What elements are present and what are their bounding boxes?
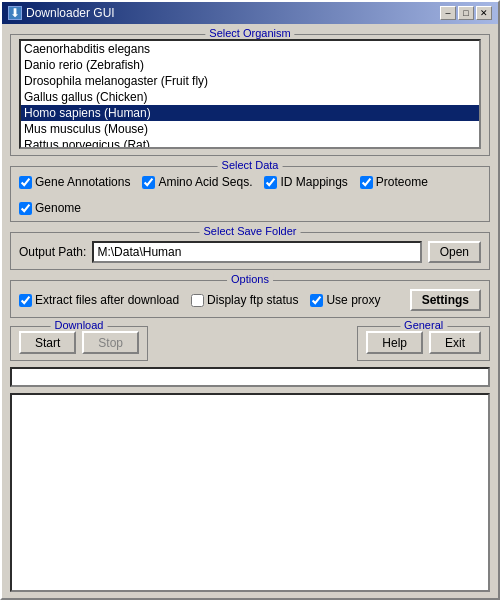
maximize-button[interactable]: □: [458, 6, 474, 20]
organism-list-item[interactable]: Rattus norvegicus (Rat): [21, 137, 479, 149]
option-checkbox-label-proxy: Use proxy: [326, 293, 380, 307]
general-group: General Help Exit: [357, 326, 490, 361]
data-checkbox-label-genome: Genome: [35, 201, 81, 215]
save-section-label: Select Save Folder: [200, 225, 301, 237]
data-checkbox-id[interactable]: ID Mappings: [264, 175, 347, 189]
data-checkboxes: Gene AnnotationsAmino Acid Seqs.ID Mappi…: [19, 175, 481, 215]
window-body: Select Organism Caenorhabditis elegansDa…: [2, 24, 498, 598]
progress-bar-container: [10, 367, 490, 387]
data-checkbox-genome[interactable]: Genome: [19, 201, 81, 215]
data-checkbox-label-amino: Amino Acid Seqs.: [158, 175, 252, 189]
data-checkbox-input-gene[interactable]: [19, 176, 32, 189]
title-bar: ⬇ Downloader GUI – □ ✕: [2, 2, 498, 24]
title-bar-buttons: – □ ✕: [440, 6, 492, 20]
option-checkbox-ftp[interactable]: Display ftp status: [191, 293, 298, 307]
open-button[interactable]: Open: [428, 241, 481, 263]
data-checkbox-label-proteome: Proteome: [376, 175, 428, 189]
option-checkbox-proxy[interactable]: Use proxy: [310, 293, 380, 307]
data-checkbox-amino[interactable]: Amino Acid Seqs.: [142, 175, 252, 189]
organism-list-item[interactable]: Gallus gallus (Chicken): [21, 89, 479, 105]
organism-list[interactable]: Caenorhabditis elegansDanio rerio (Zebra…: [19, 39, 481, 149]
option-checkbox-input-extract[interactable]: [19, 294, 32, 307]
data-checkbox-gene[interactable]: Gene Annotations: [19, 175, 130, 189]
data-checkbox-label-id: ID Mappings: [280, 175, 347, 189]
download-group: Download Start Stop: [10, 326, 148, 361]
data-checkbox-proteome[interactable]: Proteome: [360, 175, 428, 189]
start-button[interactable]: Start: [19, 331, 76, 354]
organism-section-label: Select Organism: [205, 27, 294, 39]
main-window: ⬇ Downloader GUI – □ ✕ Select Organism C…: [0, 0, 500, 600]
options-section-label: Options: [227, 273, 273, 285]
data-checkbox-input-amino[interactable]: [142, 176, 155, 189]
data-checkbox-input-genome[interactable]: [19, 202, 32, 215]
window-title: Downloader GUI: [26, 6, 115, 20]
download-group-label: Download: [51, 319, 108, 331]
options-row: Extract files after downloadDisplay ftp …: [19, 289, 481, 311]
close-button[interactable]: ✕: [476, 6, 492, 20]
settings-button[interactable]: Settings: [410, 289, 481, 311]
option-checkbox-input-proxy[interactable]: [310, 294, 323, 307]
option-checkbox-extract[interactable]: Extract files after download: [19, 293, 179, 307]
organism-list-item[interactable]: Caenorhabditis elegans: [21, 41, 479, 57]
general-group-label: General: [400, 319, 447, 331]
options-section: Options Extract files after downloadDisp…: [10, 280, 490, 318]
title-bar-left: ⬇ Downloader GUI: [8, 6, 115, 20]
save-section: Select Save Folder Output Path: Open: [10, 232, 490, 270]
app-icon: ⬇: [8, 6, 22, 20]
data-section-label: Select Data: [218, 159, 283, 171]
minimize-button[interactable]: –: [440, 6, 456, 20]
stop-button[interactable]: Stop: [82, 331, 139, 354]
organism-list-item[interactable]: Danio rerio (Zebrafish): [21, 57, 479, 73]
organism-list-item[interactable]: Drosophila melanogaster (Fruit fly): [21, 73, 479, 89]
action-row: Download Start Stop General Help Exit: [10, 326, 490, 361]
option-checkbox-label-extract: Extract files after download: [35, 293, 179, 307]
data-checkbox-input-id[interactable]: [264, 176, 277, 189]
organism-list-item[interactable]: Homo sapiens (Human): [21, 105, 479, 121]
option-checkbox-input-ftp[interactable]: [191, 294, 204, 307]
log-area: [10, 393, 490, 592]
output-path-label: Output Path:: [19, 245, 86, 259]
data-checkbox-input-proteome[interactable]: [360, 176, 373, 189]
option-checkbox-label-ftp: Display ftp status: [207, 293, 298, 307]
data-checkbox-label-gene: Gene Annotations: [35, 175, 130, 189]
output-path-input[interactable]: [92, 241, 421, 263]
save-row: Output Path: Open: [19, 241, 481, 263]
organism-list-item[interactable]: Mus musculus (Mouse): [21, 121, 479, 137]
exit-button[interactable]: Exit: [429, 331, 481, 354]
data-section: Select Data Gene AnnotationsAmino Acid S…: [10, 166, 490, 222]
help-button[interactable]: Help: [366, 331, 423, 354]
organism-section: Select Organism Caenorhabditis elegansDa…: [10, 34, 490, 156]
